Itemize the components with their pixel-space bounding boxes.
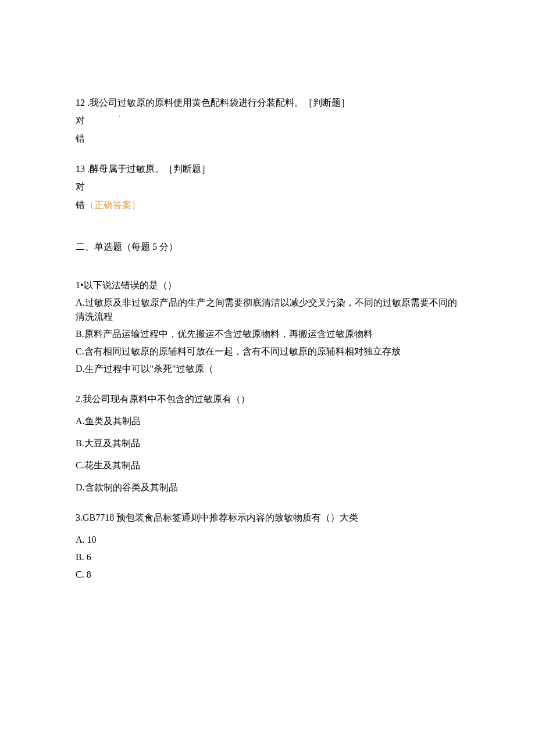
section-heading-text: 二、单选题（每题 5 分）	[76, 242, 178, 252]
option-false: 错	[76, 134, 85, 144]
mc1-option-b: B.原料产品运输过程中，优先搬运不含过敏原物料，再搬运含过敏原物料	[76, 327, 459, 341]
correct-answer-label: （正确答案）	[85, 200, 141, 210]
option-false: 错	[76, 200, 85, 210]
option-true: 对	[76, 115, 85, 125]
section-2-heading: 二、单选题（每题 5 分）	[76, 240, 459, 254]
mc2-option-d: D.含款制的谷类及其制品	[76, 481, 459, 495]
mc3-option-a: A. 10	[76, 533, 459, 547]
question-13: 13 .酵母属于过敏原。［判断题］ 对 错（正确答案）	[76, 162, 459, 212]
question-12-stem: 12 .我公司过敏原的原料使用黄色配料袋进行分装配料。［判断题］	[76, 96, 459, 110]
question-number: 13	[76, 164, 85, 174]
question-text: .我公司过敏原的原料使用黄色配料袋进行分装配料。［判断题］	[87, 98, 350, 108]
mc2-option-b: B.大豆及其制品	[76, 436, 459, 450]
mc1-option-c: C.含有相同过敏原的原辅料可放在一起，含有不同过敏原的原辅料相对独立存放	[76, 345, 459, 359]
mc1-stem: 1•以下说法错误的是（）	[76, 278, 459, 292]
option-false-line: 错	[76, 132, 459, 146]
mc-question-2: 2.我公司现有原料中不包含的过敏原有（） A.鱼类及其制品 B.大豆及其制品 C…	[76, 392, 459, 495]
mc2-option-c: C.花生及其制品	[76, 458, 459, 472]
question-text: .酵母属于过敏原。［判断题］	[87, 164, 211, 174]
mc-question-1: 1•以下说法错误的是（） A.过敏原及非过敏原产品的生产之间需要彻底清洁以减少交…	[76, 278, 459, 376]
mc3-stem: 3.GB7718 预包装食品标签通则中推荐标示内容的致敏物质有（）大类	[76, 511, 459, 525]
mc2-option-a: A.鱼类及其制品	[76, 414, 459, 428]
mc-question-3: 3.GB7718 预包装食品标签通则中推荐标示内容的致敏物质有（）大类 A. 1…	[76, 511, 459, 582]
tick-mark: '	[119, 114, 120, 121]
mc1-option-d: D.生产过程中可以"杀死"过敏原（	[76, 362, 459, 376]
option-true: 对	[76, 181, 85, 191]
question-number: 12	[76, 98, 85, 108]
document-page: 12 .我公司过敏原的原料使用黄色配料袋进行分装配料。［判断题］ 对 ' 错 1…	[0, 0, 535, 644]
mc3-option-c: C. 8	[76, 568, 459, 582]
mc3-option-b: B. 6	[76, 550, 459, 564]
option-false-line: 错（正确答案）	[76, 198, 459, 212]
mc2-stem: 2.我公司现有原料中不包含的过敏原有（）	[76, 392, 459, 406]
question-12: 12 .我公司过敏原的原料使用黄色配料袋进行分装配料。［判断题］ 对 ' 错	[76, 96, 459, 146]
question-13-stem: 13 .酵母属于过敏原。［判断题］	[76, 162, 459, 176]
mc1-option-a: A.过敏原及非过敏原产品的生产之间需要彻底清洁以减少交叉污染，不同的过敏原需要不…	[76, 296, 459, 324]
option-true-line: 对 '	[76, 113, 459, 127]
option-true-line: 对	[76, 180, 459, 194]
